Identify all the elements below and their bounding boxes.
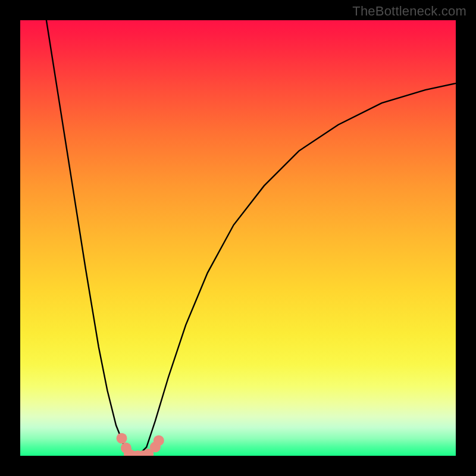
curve-right-branch <box>138 83 456 456</box>
marker-point <box>154 435 164 446</box>
watermark-text: TheBottleneck.com <box>352 4 466 19</box>
bottleneck-curve <box>46 20 456 456</box>
chart-frame: TheBottleneck.com <box>0 0 476 476</box>
marker-layer <box>117 433 164 456</box>
chart-svg <box>20 20 456 456</box>
plot-area <box>20 20 456 456</box>
curve-left-branch <box>46 20 138 456</box>
marker-point <box>117 433 127 444</box>
